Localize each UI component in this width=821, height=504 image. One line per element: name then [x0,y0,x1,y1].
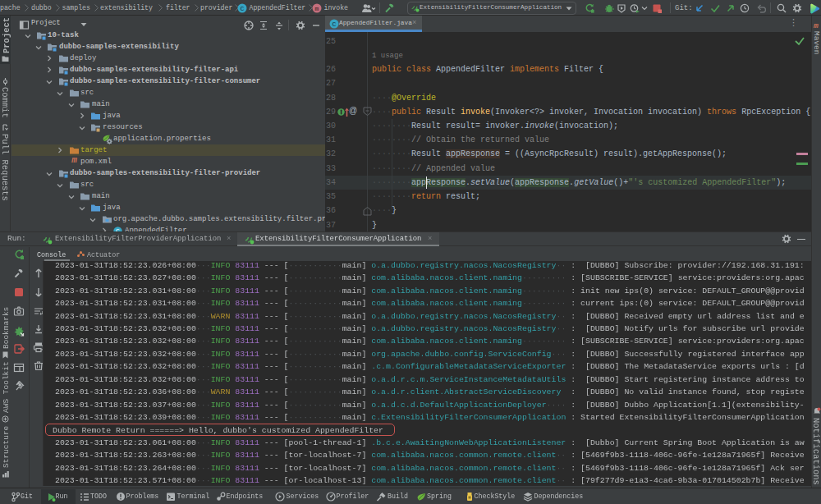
svg-text:C: C [241,4,245,11]
svg-text:C: C [333,21,337,28]
svg-text:m: m [315,4,319,11]
